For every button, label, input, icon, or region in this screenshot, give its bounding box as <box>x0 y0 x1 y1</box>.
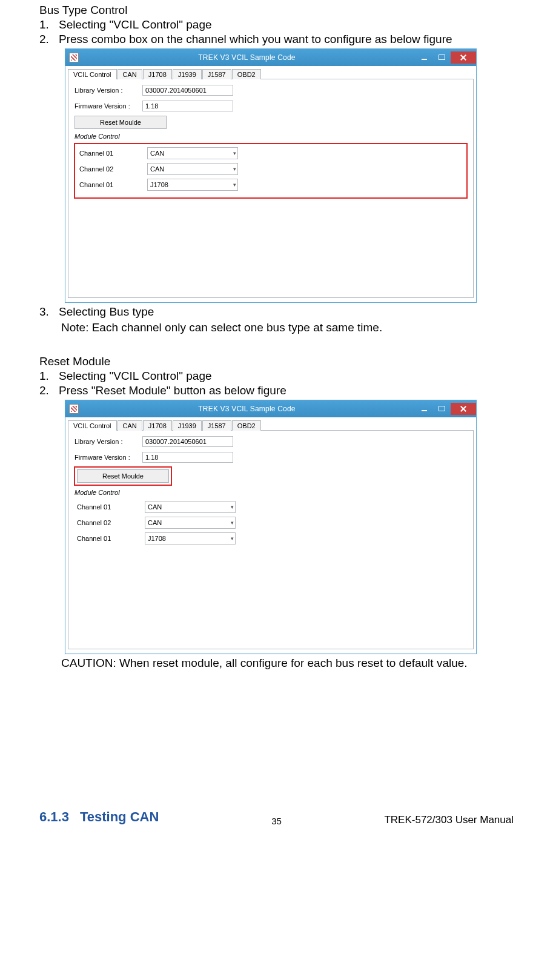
combo-value: J1708 <box>148 535 166 542</box>
combo-value: J1708 <box>150 181 168 188</box>
channel-label: Channel 02 <box>77 519 145 526</box>
tab-j1708[interactable]: J1708 <box>143 420 172 431</box>
tab-obd2[interactable]: OBD2 <box>232 420 261 431</box>
chevron-down-icon: ▾ <box>231 520 234 526</box>
combo-value: CAN <box>150 165 164 173</box>
section-a-list-cont: 3.Selecting Bus type <box>39 305 514 319</box>
channel-label: Channel 01 <box>77 535 145 542</box>
titlebar: TREK V3 VCIL Sample Code <box>65 49 476 66</box>
section-b-list: 1.Selecting "VCIL Control" page 2.Press … <box>39 369 514 397</box>
channel-label: Channel 01 <box>77 503 145 511</box>
channel-03-combo[interactable]: J1708▾ <box>147 179 238 191</box>
channel-highlight: Channel 01 CAN▾ Channel 02 CAN▾ Channel … <box>75 144 467 198</box>
app-icon <box>69 404 79 414</box>
list-item: 1.Selecting "VCIL Control" page <box>39 18 514 31</box>
library-version-label: Library Version : <box>75 87 142 94</box>
module-control-label: Module Control <box>75 489 467 496</box>
list-item: 2.Press "Reset Module" button as below f… <box>39 384 514 397</box>
tab-j1708[interactable]: J1708 <box>143 69 172 79</box>
channel-label: Channel 02 <box>79 165 147 173</box>
tab-j1939[interactable]: J1939 <box>173 420 202 431</box>
chevron-down-icon: ▾ <box>231 504 234 510</box>
combo-value: CAN <box>148 503 162 511</box>
app-window: TREK V3 VCIL Sample Code VCIL Control CA… <box>65 400 477 654</box>
library-version-label: Library Version : <box>75 438 142 445</box>
channel-01-combo[interactable]: CAN▾ <box>145 501 236 513</box>
maximize-button[interactable] <box>439 406 445 411</box>
firmware-version-value: 1.18 <box>142 101 233 111</box>
tabpanel: Library Version : 030007.2014050601 Firm… <box>68 79 474 298</box>
maximize-button[interactable] <box>439 55 445 60</box>
caution-text: CAUTION: When reset module, all configur… <box>39 657 514 670</box>
section-a-list: 1.Selecting "VCIL Control" page 2.Press … <box>39 18 514 46</box>
titlebar: TREK V3 VCIL Sample Code <box>65 400 476 417</box>
channel-label: Channel 01 <box>79 150 147 157</box>
minimize-button[interactable] <box>415 403 433 415</box>
tab-j1939[interactable]: J1939 <box>173 69 202 79</box>
window-title: TREK V3 VCIL Sample Code <box>79 405 415 413</box>
channel-02-combo[interactable]: CAN▾ <box>147 163 238 175</box>
minimize-button[interactable] <box>415 51 433 64</box>
list-text: Selecting "VCIL Control" page <box>59 18 212 31</box>
section-title: Bus Type Control <box>39 4 514 17</box>
channel-03-combo[interactable]: J1708▾ <box>145 532 236 545</box>
tab-can[interactable]: CAN <box>118 420 142 431</box>
list-item: 3.Selecting Bus type <box>39 305 514 319</box>
tab-j1587[interactable]: J1587 <box>202 69 231 79</box>
section-number: 6.1.3 <box>39 809 69 825</box>
firmware-version-value: 1.18 <box>142 452 233 463</box>
window-title: TREK V3 VCIL Sample Code <box>79 53 415 62</box>
close-button[interactable] <box>451 51 476 64</box>
section-heading: Testing CAN <box>80 809 159 825</box>
tab-vcil-control[interactable]: VCIL Control <box>68 420 117 431</box>
tabstrip: VCIL Control CAN J1708 J1939 J1587 OBD2 <box>65 66 476 79</box>
list-item: 2.Press combo box on the channel which y… <box>39 33 514 46</box>
combo-value: CAN <box>150 150 164 157</box>
firmware-version-label: Firmware Version : <box>75 102 142 110</box>
chevron-down-icon: ▾ <box>233 150 236 156</box>
channel-02-combo[interactable]: CAN▾ <box>145 517 236 529</box>
module-control-label: Module Control <box>75 133 467 140</box>
note-text: Note: Each channel only can select one b… <box>39 321 514 334</box>
tab-can[interactable]: CAN <box>118 69 142 79</box>
tab-vcil-control[interactable]: VCIL Control <box>68 69 117 79</box>
list-text: Press "Reset Module" button as below fig… <box>59 384 286 397</box>
channel-label: Channel 01 <box>79 181 147 188</box>
reset-module-button[interactable]: Reset Moulde <box>77 469 169 483</box>
library-version-value: 030007.2014050601 <box>142 85 233 96</box>
tabpanel: Library Version : 030007.2014050601 Firm… <box>68 430 474 649</box>
chevron-down-icon: ▾ <box>233 166 236 172</box>
section-title: Reset Module <box>39 355 514 368</box>
reset-highlight: Reset Moulde <box>75 467 171 485</box>
manual-reference: TREK-572/303 User Manual <box>384 814 514 826</box>
list-item: 1.Selecting "VCIL Control" page <box>39 369 514 383</box>
library-version-value: 030007.2014050601 <box>142 436 233 447</box>
chevron-down-icon: ▾ <box>233 182 236 188</box>
reset-module-button[interactable]: Reset Moulde <box>75 116 167 129</box>
close-button[interactable] <box>451 403 476 415</box>
list-text: Selecting "VCIL Control" page <box>59 369 212 382</box>
chevron-down-icon: ▾ <box>231 535 234 541</box>
tabstrip: VCIL Control CAN J1708 J1939 J1587 OBD2 <box>65 417 476 430</box>
list-text: Press combo box on the channel which you… <box>59 33 452 45</box>
page-number: 35 <box>271 816 282 826</box>
tab-obd2[interactable]: OBD2 <box>232 69 261 79</box>
list-text: Selecting Bus type <box>59 305 154 318</box>
tab-j1587[interactable]: J1587 <box>202 420 231 431</box>
app-icon <box>69 53 79 62</box>
firmware-version-label: Firmware Version : <box>75 454 142 461</box>
channel-01-combo[interactable]: CAN▾ <box>147 147 238 159</box>
app-window: TREK V3 VCIL Sample Code VCIL Control CA… <box>65 48 477 303</box>
combo-value: CAN <box>148 519 162 526</box>
